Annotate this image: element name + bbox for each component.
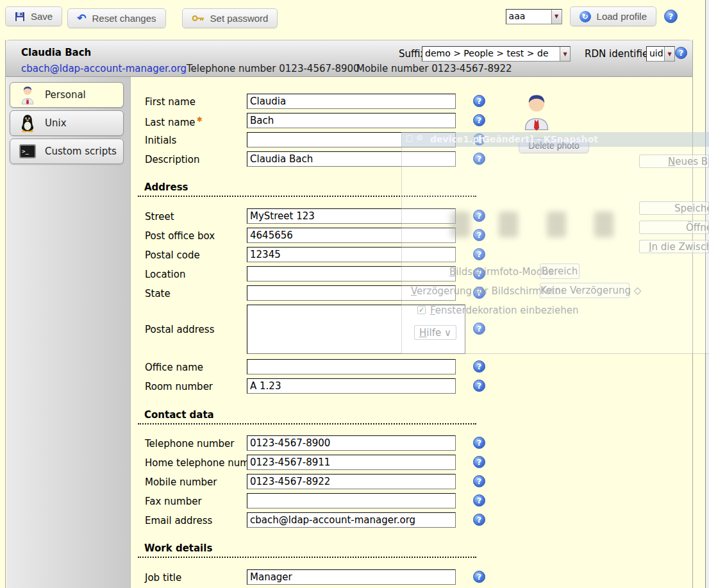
load-profile-button[interactable]: ↻ Load profile [570,6,656,26]
save-button[interactable]: Save [5,6,62,26]
help-icon[interactable] [473,514,485,526]
rdn-select-value: uid [647,47,664,61]
rdn-label: RDN identifier [585,48,652,60]
help-icon[interactable] [473,380,485,392]
scrollbar[interactable] [705,0,709,588]
user-photo [522,92,551,134]
suffix-select-value: demo > People > test > de [422,47,560,61]
tab-unix[interactable]: Unix [10,110,124,136]
tab-label: Custom scripts [45,146,117,157]
rdn-select[interactable]: uid [646,46,675,62]
field-label: First name [145,96,196,108]
module-sidebar: Personal Unix >_ Custom scripts [6,77,131,588]
help-icon[interactable] [473,95,485,107]
last-name-input[interactable] [247,113,456,128]
postal-code-input[interactable] [247,247,456,262]
load-profile-label: Load profile [597,11,647,22]
field-label: Fax number [145,496,202,507]
tab-personal[interactable]: Personal [10,82,124,108]
reset-label: Reset changes [92,13,156,24]
refresh-icon: ↻ [580,11,591,22]
floppy-icon [15,12,25,22]
help-icon[interactable] [473,360,485,373]
state-input[interactable] [247,285,456,301]
help-icon[interactable] [473,267,485,280]
undo-icon: ↶ [77,13,86,24]
help-icon[interactable] [473,229,485,241]
location-input[interactable] [247,266,456,281]
post-office-box-input[interactable] [247,228,456,243]
section-header-work: Work details [138,542,476,558]
header-mobile: Mobile number 0123-4567-8922 [356,63,512,74]
tab-label: Personal [45,89,86,101]
initials-input[interactable] [247,132,456,147]
account-header: Claudia Bach cbach@ldap-account-manager.… [6,40,692,77]
email-link[interactable]: cbach@ldap-account-manager.org [21,63,187,74]
email-input[interactable] [247,512,456,528]
toolbar: Save ↶ Reset changes Set password aaa ↻ … [5,6,693,28]
help-icon[interactable] [473,210,485,222]
fax-input[interactable] [247,493,456,508]
profile-select-value: aaa [506,10,551,24]
section-header-address: Address [138,181,476,197]
chevron-down-icon [560,47,570,61]
help-icon[interactable] [473,287,485,299]
section-header-contact: Contact data [138,409,476,424]
home-telephone-input[interactable] [247,455,456,470]
profile-select[interactable]: aaa [506,9,562,24]
help-icon[interactable] [473,153,485,165]
street-input[interactable] [247,208,456,224]
help-icon[interactable] [473,475,485,487]
save-label: Save [31,11,53,22]
set-password-button[interactable]: Set password [182,8,278,28]
set-password-label: Set password [210,13,269,24]
mobile-input[interactable] [247,474,456,489]
help-icon[interactable] [473,248,485,260]
field-label: Telephone number [145,438,235,449]
first-name-input[interactable] [247,94,456,109]
job-title-input[interactable] [247,569,456,585]
key-icon [192,15,204,22]
field-label: State [145,288,171,299]
field-label: Mobile number [145,476,217,488]
description-input[interactable] [247,151,456,167]
suffix-select[interactable]: demo > People > test > de [422,46,571,62]
help-icon[interactable] [473,437,485,449]
telephone-input[interactable] [247,435,456,451]
postal-address-textarea[interactable] [247,305,465,354]
help-icon[interactable] [473,456,485,468]
content-area: Personal Unix >_ Custom scripts First na… [6,77,692,588]
reset-changes-button[interactable]: ↶ Reset changes [67,8,165,28]
office-name-input[interactable] [247,359,456,374]
header-telephone: Telephone number 0123-4567-8900 [187,63,360,74]
help-icon[interactable] [473,494,485,507]
personal-form: First name Last name✱ Initials Descripti… [131,77,692,588]
field-label: Last name✱ [145,115,203,128]
tab-label: Unix [45,117,67,129]
tab-custom-scripts[interactable]: >_ Custom scripts [10,139,124,164]
field-label: Office name [145,362,203,373]
tux-icon [18,113,37,133]
person-icon [18,85,37,105]
account-name: Claudia Bach [21,47,91,58]
required-marker: ✱ [197,115,203,124]
field-label: Location [145,269,185,280]
help-icon[interactable] [473,571,485,583]
help-icon[interactable] [664,10,678,23]
room-number-input[interactable] [247,378,456,394]
field-label: Email address [145,515,212,526]
help-icon[interactable] [473,133,485,146]
field-label: Postal address [145,324,214,335]
account-container: Claudia Bach cbach@ldap-account-manager.… [5,40,693,588]
field-label: Job title [145,572,181,584]
terminal-icon: >_ [18,142,37,161]
chevron-down-icon [551,10,562,24]
help-icon[interactable] [675,47,687,59]
field-label: Room number [145,381,213,392]
field-label: Initials [145,135,176,146]
help-icon[interactable] [473,114,485,126]
field-label: Description [145,154,199,165]
help-icon[interactable] [473,323,485,335]
field-label: Postal code [145,249,200,261]
delete-photo-button[interactable]: Delete photo [519,138,589,153]
